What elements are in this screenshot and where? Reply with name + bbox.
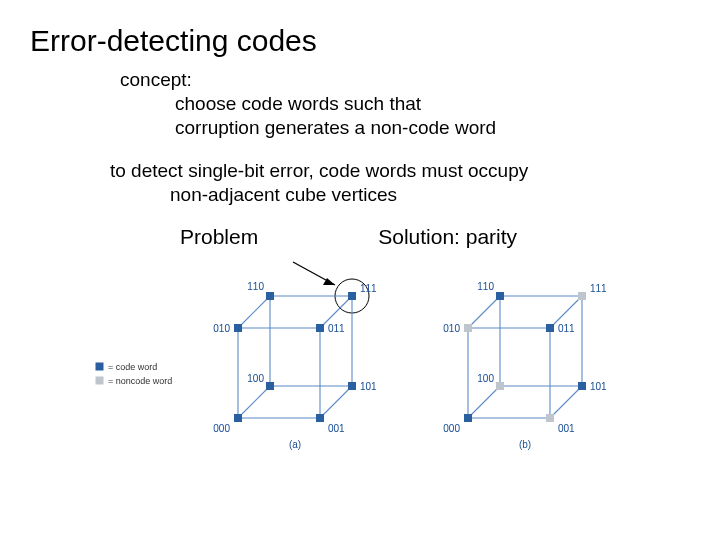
svg-line-7 bbox=[238, 386, 270, 418]
vertex-110 bbox=[267, 292, 274, 299]
vertex-101 bbox=[579, 382, 586, 389]
label-problem: Problem bbox=[180, 225, 258, 249]
cube-b: 000001100101010011110111(b) bbox=[443, 281, 607, 450]
svg-line-19 bbox=[468, 386, 500, 418]
svg-line-23 bbox=[468, 296, 500, 328]
svg-line-11 bbox=[238, 296, 270, 328]
legend-noncode-text: = noncode word bbox=[108, 376, 172, 386]
vertex-100 bbox=[497, 382, 504, 389]
detect-block: to detect single-bit error, code words m… bbox=[110, 159, 690, 207]
svg-line-21 bbox=[550, 386, 582, 418]
vertex-label-111: 111 bbox=[360, 283, 377, 294]
vertex-label-010: 010 bbox=[443, 323, 460, 334]
vertex-label-010: 010 bbox=[213, 323, 230, 334]
vertex-111 bbox=[349, 292, 356, 299]
subfigure-labels: Problem Solution: parity bbox=[30, 225, 690, 249]
problem-annotation bbox=[293, 262, 369, 313]
concept-block: concept: choose code words such that cor… bbox=[120, 68, 690, 139]
vertex-label-000: 000 bbox=[443, 423, 460, 434]
vertex-label-100: 100 bbox=[477, 373, 494, 384]
cube-figure: = code word = noncode word 0000011001010… bbox=[90, 253, 690, 473]
cube-caption: (b) bbox=[519, 439, 531, 450]
vertex-100 bbox=[267, 382, 274, 389]
cube-caption: (a) bbox=[289, 439, 301, 450]
concept-line-1: choose code words such that bbox=[175, 92, 690, 116]
cube-svg: = code word = noncode word 0000011001010… bbox=[90, 253, 650, 473]
vertex-label-101: 101 bbox=[360, 381, 377, 392]
vertex-001 bbox=[317, 414, 324, 421]
legend-code-text: = code word bbox=[108, 362, 157, 372]
concept-line-2: corruption generates a non-code word bbox=[175, 116, 690, 140]
vertex-label-000: 000 bbox=[213, 423, 230, 434]
vertex-000 bbox=[235, 414, 242, 421]
vertex-label-110: 110 bbox=[247, 281, 264, 292]
vertex-label-011: 011 bbox=[328, 323, 345, 334]
slide-title: Error-detecting codes bbox=[30, 24, 690, 58]
svg-rect-1 bbox=[96, 377, 103, 384]
vertex-label-011: 011 bbox=[558, 323, 575, 334]
detect-line-2: non-adjacent cube vertices bbox=[170, 183, 690, 207]
vertex-label-111: 111 bbox=[590, 283, 607, 294]
vertex-010 bbox=[465, 324, 472, 331]
vertex-010 bbox=[235, 324, 242, 331]
vertex-011 bbox=[547, 324, 554, 331]
vertex-label-110: 110 bbox=[477, 281, 494, 292]
svg-line-9 bbox=[320, 386, 352, 418]
vertex-label-001: 001 bbox=[558, 423, 575, 434]
vertex-label-101: 101 bbox=[590, 381, 607, 392]
vertex-000 bbox=[465, 414, 472, 421]
label-solution: Solution: parity bbox=[378, 225, 517, 249]
vertex-label-001: 001 bbox=[328, 423, 345, 434]
vertex-110 bbox=[497, 292, 504, 299]
cube-a: 000001100101010011110111(a) bbox=[213, 281, 377, 450]
vertex-111 bbox=[579, 292, 586, 299]
vertex-101 bbox=[349, 382, 356, 389]
detect-line-1: to detect single-bit error, code words m… bbox=[110, 159, 690, 183]
vertex-label-100: 100 bbox=[247, 373, 264, 384]
vertex-011 bbox=[317, 324, 324, 331]
legend: = code word = noncode word bbox=[96, 362, 172, 386]
concept-label: concept: bbox=[120, 68, 690, 92]
vertex-001 bbox=[547, 414, 554, 421]
svg-rect-0 bbox=[96, 363, 103, 370]
